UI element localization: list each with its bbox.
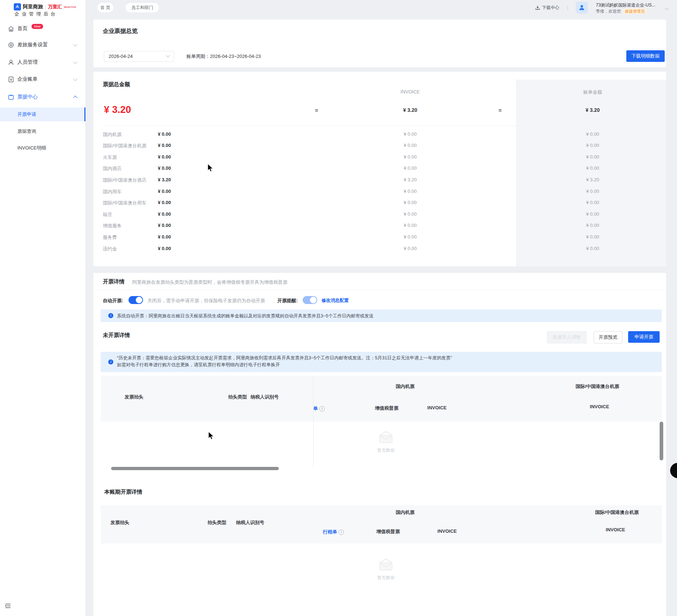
- table-row: 国内酒店¥ 0.00¥ 0.00¥ 0.00: [93, 165, 666, 173]
- category-label: 国内酒店: [103, 165, 122, 172]
- category-amount: ¥ 0.00: [158, 154, 171, 160]
- batch-import-button: 批量导入调整: [547, 331, 586, 343]
- brand-partner: 万里汇: [48, 4, 62, 10]
- home-icon: [8, 25, 14, 32]
- table-row: 火车票¥ 0.00¥ 0.00¥ 0.00: [93, 154, 666, 161]
- submenu-item-label: INVOICE明细: [17, 145, 46, 151]
- sidebar-item-label: 企业账单: [17, 76, 38, 83]
- chevron-down-icon: [73, 77, 77, 81]
- category-amount: ¥ 0.00: [158, 223, 171, 228]
- invoice-amount: ¥ 0.00: [389, 223, 431, 228]
- fixed-column-divider: [313, 376, 314, 468]
- wallet-icon: [8, 94, 14, 101]
- history-warning-banner: i “历史未开票：需要您根据企业实际情况主动发起开票需求，阿里商旅收到需求后再开…: [101, 352, 662, 372]
- page-title: 企业票据总览: [103, 28, 138, 35]
- tab-label: 首 页: [100, 5, 110, 11]
- floating-button[interactable]: [670, 463, 677, 478]
- app-window: 阿里商旅 | 万里汇 World First 企业管理后台 首页 New 差旅服…: [0, 0, 677, 616]
- invoice-amount: ¥ 0.00: [389, 211, 431, 217]
- sidebar-item-label: 差旅服务设置: [17, 42, 48, 48]
- itinerary-link[interactable]: 行程单: [313, 406, 318, 411]
- info-icon: i: [338, 529, 344, 535]
- itinerary-link[interactable]: 行程单: [323, 529, 337, 535]
- warning-line-2: 如需对电子行程单进行购方信息更换，请至机票行程单明细内进行电子行程单换开: [117, 362, 280, 368]
- detail-subtitle: 阿里商旅在发票抬头类型为普票类型时，会将增值税专票开具为增值税普票: [132, 279, 287, 286]
- bill-amount: ¥ 3.20: [573, 177, 613, 182]
- sidebar-subitem-invoice-apply[interactable]: 开票申请: [0, 107, 85, 121]
- button-label: 下载明细数据: [631, 53, 660, 59]
- bill-amount: ¥ 0.00: [573, 165, 613, 171]
- bill-total: ¥ 3.20: [573, 107, 613, 113]
- sidebar-subitem-invoice-detail[interactable]: INVOICE明细: [0, 141, 85, 155]
- col-itinerary-clipped[interactable]: 行程单i: [313, 405, 332, 412]
- sidebar-item-company-bill[interactable]: 企业账单: [0, 72, 85, 86]
- brand-logo: 阿里商旅 | 万里汇 World First: [14, 3, 75, 11]
- category-label: 福豆: [103, 211, 112, 218]
- col-invoice: INVOICE: [590, 404, 609, 409]
- invoice-amount: ¥ 0.00: [389, 200, 431, 205]
- invoice-amount: ¥ 0.00: [389, 154, 431, 160]
- invoice-amount: ¥ 0.00: [389, 131, 431, 137]
- table-row: 国内机票¥ 0.00¥ 0.00¥ 0.00: [93, 131, 666, 139]
- table-row: 国际/中国港澳台酒店¥ 3.20¥ 3.20¥ 3.20: [93, 177, 666, 184]
- summary-title: 票据总金额: [103, 81, 130, 88]
- overview-card: 企业票据总览 2026-04-24 账单周期：2026-04-23~2026-0…: [93, 20, 666, 67]
- download-detail-button[interactable]: 下载明细数据: [626, 50, 665, 62]
- vertical-scrollbar-thumb[interactable]: [660, 422, 663, 460]
- submenu-item-label: 票据查询: [17, 128, 36, 135]
- chevron-down-icon: [73, 60, 77, 64]
- table-header: [101, 376, 662, 422]
- invoice-preview-button[interactable]: 开票预览: [594, 331, 622, 343]
- table-row: 国际/中国港澳台用车¥ 0.00¥ 0.00¥ 0.00: [93, 200, 666, 207]
- collapse-sidebar-icon[interactable]: [4, 602, 12, 610]
- empty-text: 暂无数据: [374, 575, 398, 581]
- modify-message-config-link[interactable]: 修改消息配置: [321, 298, 349, 304]
- category-amount: ¥ 0.00: [158, 211, 171, 217]
- table-header: [101, 505, 662, 544]
- company-switcher[interactable]: 73测试蚂蚁国际渠道企业-US...: [596, 2, 665, 8]
- chevron-down-icon[interactable]: [665, 4, 668, 11]
- col-invoice: INVOICE: [437, 528, 457, 534]
- category-amount: ¥ 0.00: [158, 189, 171, 194]
- button-label: 申请开票: [635, 334, 653, 340]
- invoice-amount: ¥ 0.00: [389, 234, 431, 240]
- category-amount: ¥ 0.00: [158, 200, 171, 205]
- table-row: 增值服务¥ 0.00¥ 0.00¥ 0.00: [93, 223, 666, 230]
- category-label: 国际/中国港澳台酒店: [103, 177, 147, 183]
- col-invoice: INVOICE: [606, 527, 625, 532]
- table-row: 国际/中国港澳台机票¥ 0.00¥ 0.00¥ 0.00: [93, 143, 666, 150]
- invoice-remind-toggle[interactable]: [303, 296, 317, 304]
- category-amount: ¥ 3.20: [158, 177, 171, 182]
- apply-invoice-button[interactable]: 申请开票: [628, 331, 660, 343]
- invoice-amount: ¥ 3.20: [389, 177, 431, 182]
- col-itinerary[interactable]: 行程单i: [323, 528, 344, 535]
- group-intl-flight: 国际/中国港澳台机票: [595, 509, 639, 516]
- tab-home[interactable]: 首 页: [97, 3, 113, 12]
- bill-amount: ¥ 0.00: [573, 143, 613, 148]
- col-taxpayer-id: 纳税人识别号: [251, 394, 279, 400]
- warning-line-1: “历史未开票：需要您根据企业实际情况主动发起开票需求，阿里商旅收到需求后再开具发…: [117, 355, 452, 361]
- date-select[interactable]: 2026-04-24: [104, 51, 174, 62]
- avatar[interactable]: [576, 1, 588, 14]
- sidebar-item-travel-settings[interactable]: 差旅服务设置: [0, 38, 85, 52]
- tab-staff-department[interactable]: 员工和部门: [126, 3, 159, 12]
- equals-sign: =: [499, 107, 502, 113]
- chevron-down-icon: [73, 42, 77, 46]
- user-greeting: 季缕，欢迎您: [596, 9, 621, 14]
- empty-state: 暂无数据: [374, 430, 398, 453]
- button-label: 开票预览: [599, 334, 618, 341]
- sidebar-item-invoice-center[interactable]: 票据中心: [0, 90, 85, 104]
- horizontal-scrollbar-thumb[interactable]: [111, 467, 279, 470]
- category-label: 国际/中国港澳台机票: [103, 143, 147, 149]
- info-icon: i: [108, 313, 113, 318]
- download-center-button[interactable]: 下载中心: [535, 0, 559, 15]
- sidebar-item-label: 票据中心: [17, 94, 38, 100]
- sidebar-subitem-invoice-query[interactable]: 票据查询: [0, 125, 85, 138]
- mouse-cursor: [207, 164, 214, 174]
- bill-amount: ¥ 0.00: [573, 189, 613, 194]
- topbar: [85, 0, 677, 15]
- sidebar-item-home[interactable]: 首页 New: [0, 22, 85, 35]
- active-indicator-bar: [84, 107, 85, 121]
- auto-invoice-toggle[interactable]: [129, 296, 143, 304]
- sidebar-item-personnel[interactable]: 人员管理: [0, 55, 85, 69]
